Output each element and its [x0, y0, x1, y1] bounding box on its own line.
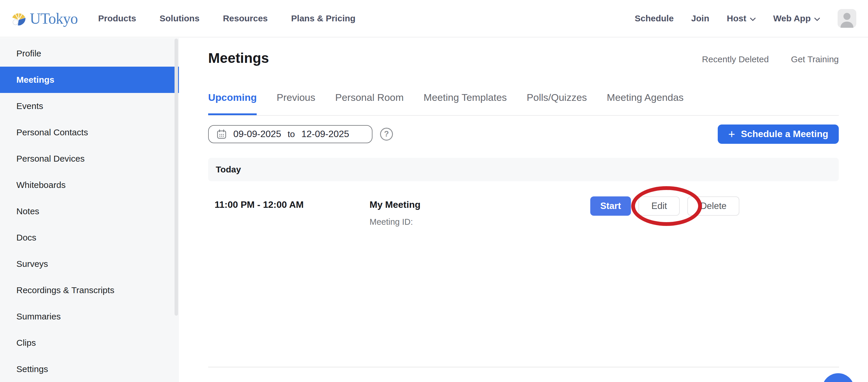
sidebar-item-profile[interactable]: Profile — [0, 40, 179, 67]
recently-deleted-link[interactable]: Recently Deleted — [702, 54, 769, 64]
chevron-down-icon — [750, 18, 756, 21]
utokyo-logo-icon — [12, 11, 26, 25]
tab-previous[interactable]: Previous — [277, 92, 315, 115]
join-link[interactable]: Join — [691, 13, 709, 23]
schedule-link[interactable]: Schedule — [635, 13, 674, 23]
schedule-link-label: Schedule — [635, 13, 674, 23]
meeting-time: 11:00 PM - 12:00 AM — [215, 196, 370, 210]
date-end-value[interactable]: 12-09-2025 — [302, 129, 349, 139]
sidebar-item-recordings-transcripts[interactable]: Recordings & Transcripts — [0, 277, 179, 304]
sidebar-item-clips[interactable]: Clips — [0, 330, 179, 356]
calendar-icon — [216, 129, 227, 139]
sidebar-item-docs[interactable]: Docs — [0, 224, 179, 251]
sidebar-item-personal-contacts[interactable]: Personal Contacts — [0, 119, 179, 146]
tab-personal-room[interactable]: Personal Room — [335, 92, 404, 115]
schedule-a-meeting-label: Schedule a Meeting — [741, 129, 828, 139]
schedule-a-meeting-button[interactable]: + Schedule a Meeting — [718, 125, 839, 144]
main-header-row: Meetings Recently Deleted Get Training — [208, 50, 839, 67]
today-label: Today — [216, 164, 241, 174]
get-training-link[interactable]: Get Training — [791, 54, 839, 64]
sidebar-item-notes[interactable]: Notes — [0, 198, 179, 224]
help-icon[interactable]: ? — [380, 128, 393, 140]
today-group-header: Today — [208, 158, 839, 181]
sidebar-item-meetings[interactable]: Meetings — [0, 67, 179, 93]
meeting-title[interactable]: My Meeting — [370, 196, 421, 210]
tab-meeting-agendas[interactable]: Meeting Agendas — [607, 92, 684, 115]
host-menu[interactable]: Host — [727, 13, 756, 23]
chevron-down-icon — [814, 18, 820, 21]
meetings-tabs: Upcoming Previous Personal Room Meeting … — [208, 92, 839, 116]
page: UTokyo Products Solutions Resources Plan… — [0, 0, 868, 382]
nav-item-plans-pricing[interactable]: Plans & Pricing — [291, 13, 355, 23]
sidebar-item-whiteboards[interactable]: Whiteboards — [0, 172, 179, 198]
header-actions: Schedule Join Host Web App — [635, 9, 856, 28]
sidebar: Profile Meetings Events Personal Contact… — [0, 38, 179, 382]
top-header: UTokyo Products Solutions Resources Plan… — [0, 0, 868, 37]
date-separator: to — [288, 129, 295, 139]
filter-row: 09-09-2025 to 12-09-2025 ? + Schedule a … — [208, 125, 839, 144]
date-range-picker[interactable]: 09-09-2025 to 12-09-2025 — [208, 125, 372, 143]
date-start-value[interactable]: 09-09-2025 — [233, 129, 281, 139]
tab-polls-quizzes[interactable]: Polls/Quizzes — [527, 92, 587, 115]
web-app-menu-label: Web App — [773, 13, 811, 23]
nav-item-products[interactable]: Products — [98, 13, 136, 23]
web-app-menu[interactable]: Web App — [773, 13, 820, 23]
utokyo-logo[interactable]: UTokyo — [12, 10, 78, 27]
edit-button[interactable]: Edit — [639, 196, 680, 216]
sidebar-item-events[interactable]: Events — [0, 93, 179, 119]
meeting-actions: Start Edit Delete — [590, 196, 739, 216]
sidebar-item-settings[interactable]: Settings — [0, 356, 179, 382]
sidebar-item-surveys[interactable]: Surveys — [0, 251, 179, 277]
sidebar-scrollbar[interactable] — [175, 39, 178, 316]
meeting-id-label: Meeting ID: — [370, 217, 421, 227]
sidebar-item-personal-devices[interactable]: Personal Devices — [0, 146, 179, 172]
nav-item-solutions[interactable]: Solutions — [160, 13, 200, 23]
plus-icon: + — [728, 129, 735, 139]
header-links: Recently Deleted Get Training — [702, 54, 839, 67]
logo-wordmark: UTokyo — [30, 10, 78, 27]
start-button[interactable]: Start — [590, 196, 631, 216]
tab-upcoming[interactable]: Upcoming — [208, 92, 257, 115]
nav-item-resources[interactable]: Resources — [223, 13, 268, 23]
join-link-label: Join — [691, 13, 709, 23]
meeting-info: My Meeting Meeting ID: — [370, 196, 421, 227]
meeting-row: 11:00 PM - 12:00 AM My Meeting Meeting I… — [208, 196, 839, 227]
host-menu-label: Host — [727, 13, 746, 23]
delete-button[interactable]: Delete — [687, 196, 739, 216]
tab-meeting-templates[interactable]: Meeting Templates — [424, 92, 507, 115]
person-icon — [838, 9, 856, 28]
avatar[interactable] — [838, 9, 856, 28]
sidebar-item-summaries[interactable]: Summaries — [0, 304, 179, 330]
main-content: Meetings Recently Deleted Get Training U… — [179, 38, 868, 382]
primary-nav: Products Solutions Resources Plans & Pri… — [98, 13, 355, 23]
meeting-list-divider — [208, 367, 839, 368]
page-title: Meetings — [208, 50, 269, 67]
